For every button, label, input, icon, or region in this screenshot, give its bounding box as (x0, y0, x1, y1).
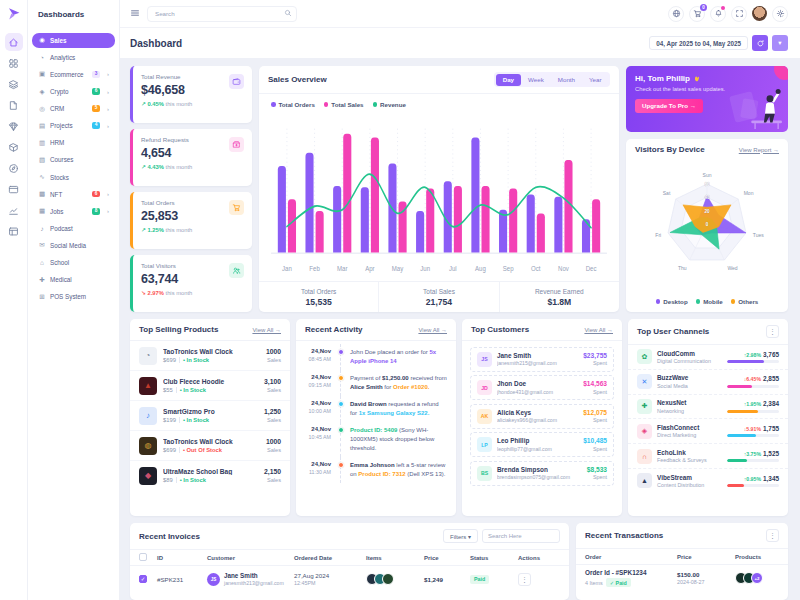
activity-time: 10:00 AM (303, 408, 331, 414)
date-range-picker[interactable]: 04, Apr 2025 to 04, May 2025 (649, 36, 748, 50)
cart-button[interactable]: 0 (689, 6, 705, 22)
activity-date: 24,Nov (303, 374, 331, 380)
tab-day[interactable]: Day (496, 74, 521, 86)
transaction-row[interactable]: Order Id - #SPK1234 4 Items✓ Paid $150.0… (576, 565, 788, 591)
sidebar-item-jobs[interactable]: ▦Jobs8› (32, 204, 115, 219)
app-logo[interactable] (6, 6, 22, 22)
product-row[interactable]: ◍ TaoTronics Wall Clock $699• Out Of Sto… (130, 431, 290, 461)
product-sales-unit: Sales (264, 417, 281, 423)
customer-row-leo-phillip[interactable]: LP Leo Phillipleophillip77@gmail.com $10… (470, 432, 614, 457)
activity-time: 09:15 AM (303, 382, 331, 388)
icon-rail (0, 0, 28, 600)
product-row[interactable]: ◔ TaoTronics Wall Clock $699• In Stock 1… (130, 341, 290, 371)
refresh-button[interactable] (752, 35, 768, 51)
sidebar-item-label: Sales (50, 37, 66, 44)
sidebar-item-medical[interactable]: ✚Medical (32, 272, 115, 287)
product-image: ♪ (139, 407, 157, 425)
transactions-table: OrderPriceProducts Order Id - #SPK1234 4… (576, 549, 788, 591)
activity-view-all-link[interactable]: View All → (418, 327, 447, 333)
channels-menu-button[interactable]: ⋮ (766, 325, 779, 338)
invoices-filters-button[interactable]: Filters ▾ (443, 529, 478, 543)
rail-box-button[interactable] (5, 138, 23, 156)
column-header-order: Order (585, 554, 677, 560)
invoice-status-badge: Paid (470, 575, 489, 584)
filter-dropdown-button[interactable]: ▾ (772, 35, 788, 51)
sidebar-badge: 5 (92, 105, 100, 112)
radar-chart-container: 0204060SunMonTuesWedThuFriSat (626, 156, 788, 296)
activity-text: Product ID: 5409 (Sony WH-1000XM5) stock… (350, 426, 447, 453)
channel-change: ↑2.98% (744, 352, 761, 358)
sidebar-item-social-media[interactable]: ✉Social Media (32, 238, 115, 253)
customer-row-brenda-simpson[interactable]: BS Brenda Simpsonbrendasimpson075@gmail.… (470, 461, 614, 486)
rail-chart-button[interactable] (5, 201, 23, 219)
notifications-button[interactable] (710, 6, 726, 22)
product-image: ◍ (139, 437, 157, 455)
sidebar-item-analytics[interactable]: ◔Analytics (32, 50, 115, 65)
customer-row-jhon-doe[interactable]: JD Jhon Doejhondoe431@gmail.com $14,563S… (470, 375, 614, 400)
activity-text: Payment of $1,250.00 received from Alice… (350, 374, 447, 392)
sales-overview-card: Sales Overview DayWeekMonthYear Total Or… (259, 66, 619, 312)
customer-amount: $14,563 (583, 380, 607, 387)
user-avatar[interactable] (752, 6, 767, 21)
sidebar-item-nft[interactable]: ▩NFT6› (32, 187, 115, 202)
coin-icon: ◈ (38, 88, 46, 96)
rail-apps-button[interactable] (5, 54, 23, 72)
chart-icon (8, 205, 19, 216)
tab-year[interactable]: Year (582, 74, 609, 86)
svg-text:Thu: Thu (678, 265, 687, 271)
rail-table-button[interactable] (5, 222, 23, 240)
sidebar-item-pos-system[interactable]: ⊞POS System (32, 289, 115, 304)
invoices-search-input[interactable] (482, 529, 560, 543)
select-all-checkbox[interactable] (139, 553, 147, 561)
hamburger-menu-icon[interactable] (130, 6, 140, 21)
apps-icon (8, 58, 19, 69)
rail-pages-button[interactable] (5, 96, 23, 114)
sidebar-item-sales[interactable]: ◉Sales (32, 33, 115, 48)
customer-spent-label: Spent (587, 474, 607, 480)
product-row[interactable]: ◆ UltraMaze School Bag $89• In Stock 2,1… (130, 461, 290, 490)
dashboard-content: Total Revenue $46,658 ↗ 0.45% this month… (120, 58, 800, 600)
view-report-link[interactable]: View Report → (739, 147, 779, 153)
fullscreen-button[interactable] (731, 6, 747, 22)
sidebar-item-courses[interactable]: ▧Courses (32, 153, 115, 168)
sidebar-item-podcast[interactable]: ♪Podcast (32, 221, 115, 236)
sidebar-item-hrm[interactable]: ▥HRM (32, 136, 115, 151)
sidebar-item-crm[interactable]: ◎CRM5› (32, 101, 115, 116)
sidebar-item-crypto[interactable]: ◈Crypto6› (32, 84, 115, 99)
tab-week[interactable]: Week (521, 74, 551, 86)
svg-text:Aug: Aug (475, 264, 486, 273)
customer-row-alicia-keys[interactable]: AK Alicia Keysaliciakeys966@gmail.com $1… (470, 404, 614, 429)
products-view-all-link[interactable]: View All → (252, 327, 281, 333)
channel-value: 2,855 (763, 375, 779, 382)
activity-date: 24,Nov (303, 348, 331, 354)
sidebar-item-projects[interactable]: ▤Projects4› (32, 118, 115, 133)
upgrade-to-pro-button[interactable]: Upgrade To Pro → (635, 99, 703, 113)
sidebar-item-ecommerce[interactable]: ▣Ecommerce3› (32, 67, 115, 82)
rail-compass-button[interactable] (5, 159, 23, 177)
language-globe-button[interactable] (668, 6, 684, 22)
customer-row-jane-smith[interactable]: JS Jane Smithjanesmith215@gmail.com $23,… (470, 347, 614, 372)
search-input[interactable] (147, 6, 297, 22)
invoice-row-spk231[interactable]: ✓ #SPK231 JSJane Smithjanesmith213@gmail… (130, 566, 569, 592)
sidebar-item-stocks[interactable]: ∿Stocks (32, 170, 115, 185)
row-checkbox[interactable]: ✓ (139, 575, 147, 583)
channel-progress-track (727, 360, 779, 363)
invoice-actions-button[interactable]: ⋮ (518, 573, 531, 586)
activity-date: 24,Nov (303, 400, 331, 406)
x-icon: ✕ (637, 374, 652, 389)
sales-overview-title: Sales Overview (268, 75, 327, 84)
rail-gem-button[interactable] (5, 117, 23, 135)
svg-text:Dec: Dec (586, 264, 597, 272)
settings-button[interactable] (772, 6, 788, 22)
rail-card-button[interactable] (5, 180, 23, 198)
channel-value: 3,765 (763, 351, 779, 358)
invoices-header-row: IDCustomerOrdered DateItemsPriceStatusAc… (130, 550, 569, 566)
transactions-menu-button[interactable]: ⋮ (766, 529, 779, 542)
customers-view-all-link[interactable]: View All → (584, 327, 613, 333)
rail-layers-button[interactable] (5, 75, 23, 93)
sidebar-item-school[interactable]: ⌂School (32, 255, 115, 270)
rail-home-button[interactable] (5, 33, 23, 51)
product-row[interactable]: ▲ Club Fleece Hoodie $55• In Stock 3,100… (130, 371, 290, 401)
tab-month[interactable]: Month (551, 74, 582, 86)
product-row[interactable]: ♪ SmartGizmo Pro $199• In Stock 1,250 Sa… (130, 401, 290, 431)
